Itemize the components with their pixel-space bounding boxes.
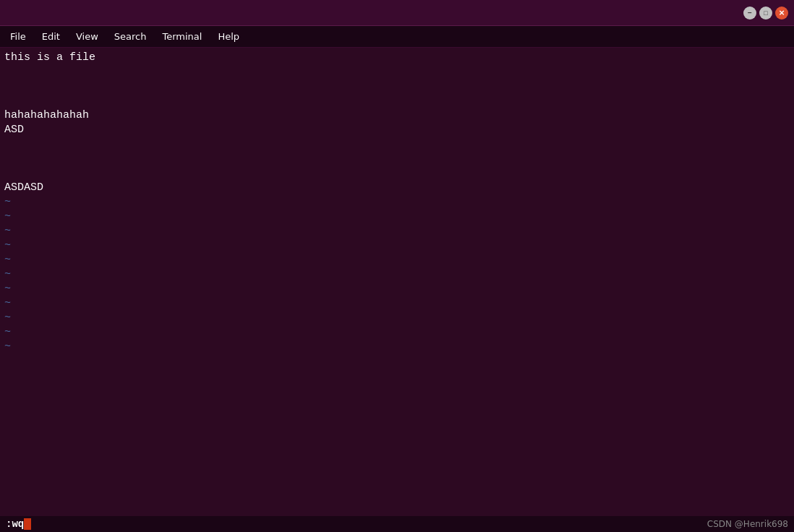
terminal-line-11: ~ (4, 210, 790, 224)
vim-command: :wq (6, 518, 24, 530)
terminal-line-1 (4, 65, 790, 80)
terminal-line-6 (4, 137, 790, 152)
terminal-line-16: ~ (4, 282, 790, 296)
menu-item-edit[interactable]: Edit (35, 29, 67, 44)
menu-item-terminal[interactable]: Terminal (155, 29, 209, 44)
terminal-line-18: ~ (4, 311, 790, 325)
terminal-line-17: ~ (4, 296, 790, 311)
window-controls (743, 7, 788, 20)
menu-item-file[interactable]: File (3, 29, 33, 44)
status-right-text: CSDN @Henrik698 (707, 519, 788, 529)
terminal-line-9: ASDASD (4, 181, 790, 195)
terminal-line-12: ~ (4, 224, 790, 239)
terminal-line-10: ~ (4, 195, 790, 210)
terminal-line-19: ~ (4, 325, 790, 340)
terminal-line-13: ~ (4, 239, 790, 253)
menu-item-view[interactable]: View (69, 29, 106, 44)
terminal-line-2 (4, 80, 790, 94)
terminal-line-0: this is a file (4, 51, 790, 65)
menu-item-help[interactable]: Help (210, 29, 247, 44)
terminal-line-15: ~ (4, 267, 790, 282)
title-bar (0, 0, 794, 26)
cursor-block (24, 518, 31, 530)
terminal-line-8 (4, 166, 790, 181)
terminal-line-20: ~ (4, 340, 790, 354)
terminal-line-14: ~ (4, 253, 790, 267)
menu-item-search[interactable]: Search (107, 29, 154, 44)
maximize-button[interactable] (759, 7, 772, 20)
terminal-line-5: ASD (4, 123, 790, 137)
terminal-line-3 (4, 94, 790, 108)
terminal-content[interactable]: this is a file hahahahahahahASD ASDASD~~… (0, 48, 794, 532)
minimize-button[interactable] (743, 7, 756, 20)
terminal-line-4: hahahahahahah (4, 108, 790, 123)
menu-bar: FileEditViewSearchTerminalHelp (0, 26, 794, 48)
terminal-line-7 (4, 152, 790, 166)
close-button[interactable] (775, 7, 788, 20)
status-bar: :wq CSDN @Henrik698 (0, 516, 794, 532)
